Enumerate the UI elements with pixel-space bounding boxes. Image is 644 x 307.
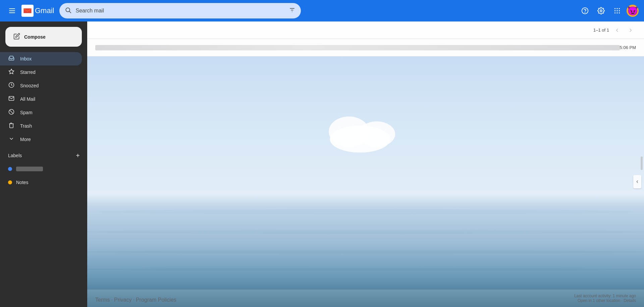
- logo-m-icon: [21, 5, 34, 17]
- activity-line2: Open in 1 other location · Details: [574, 298, 636, 303]
- sidebar-item-spam-label: Spam: [20, 110, 33, 115]
- sidebar-item-more-label: More: [20, 137, 31, 142]
- svg-point-13: [619, 8, 620, 9]
- svg-point-17: [614, 12, 615, 13]
- label-notes-text: Notes: [16, 180, 29, 185]
- settings-button[interactable]: [594, 4, 608, 17]
- footer-links: Terms · Privacy · Program Policies: [95, 297, 176, 303]
- star-icon: [8, 69, 15, 76]
- help-button[interactable]: [578, 4, 592, 17]
- label-item-notes[interactable]: Notes: [0, 176, 82, 189]
- open-location-text: Open in 1 other location: [578, 298, 620, 303]
- trash-icon: [8, 122, 15, 130]
- svg-point-15: [616, 10, 618, 11]
- pagination-next-button[interactable]: [625, 25, 636, 36]
- search-icon: [65, 7, 71, 15]
- sidebar-item-spam[interactable]: Spam: [0, 106, 82, 119]
- body: Compose Inbox Starred: [0, 21, 644, 307]
- sidebar-item-starred[interactable]: Starred: [0, 65, 82, 79]
- labels-add-button[interactable]: +: [74, 151, 82, 160]
- svg-point-10: [600, 10, 602, 12]
- details-link[interactable]: Details: [624, 298, 636, 303]
- sidebar-item-more[interactable]: More: [0, 133, 82, 146]
- clock-icon: [8, 82, 15, 90]
- avatar[interactable]: 😈: [627, 5, 639, 17]
- app-name: Gmail: [35, 6, 54, 15]
- svg-marker-20: [9, 69, 14, 74]
- svg-rect-0: [9, 8, 15, 9]
- avatar-icon: 😈: [627, 6, 639, 15]
- svg-rect-2: [9, 12, 15, 13]
- labels-section: Labels + Notes: [0, 146, 87, 192]
- sidebar-item-allmail-label: All Mail: [20, 96, 35, 102]
- menu-icon[interactable]: [5, 4, 19, 17]
- scrollbar-thumb[interactable]: [641, 157, 643, 170]
- search-input[interactable]: [75, 8, 285, 14]
- email-list-header: 1–1 of 1: [87, 21, 644, 39]
- search-filter-icon[interactable]: [289, 7, 296, 15]
- compose-label: Compose: [24, 34, 46, 40]
- svg-point-31: [87, 268, 644, 271]
- header: Gmail: [0, 0, 644, 21]
- spam-icon: [8, 109, 15, 117]
- labels-header: Labels +: [0, 151, 87, 162]
- footer-activity: Last account activity: 1 minute ago Open…: [574, 294, 636, 303]
- svg-line-4: [69, 11, 71, 13]
- separator-2: ·: [133, 297, 134, 303]
- program-policies-link[interactable]: Program Policies: [136, 297, 176, 303]
- svg-point-30: [87, 250, 644, 254]
- terms-link[interactable]: Terms: [95, 297, 110, 303]
- collapse-panel-button[interactable]: [633, 175, 641, 188]
- label-dot-yellow: [8, 180, 12, 184]
- main-content: 1–1 of 1 5:06 PM: [87, 21, 644, 307]
- compose-button[interactable]: Compose: [5, 27, 82, 47]
- svg-point-28: [97, 209, 634, 215]
- sidebar-item-snoozed-label: Snoozed: [20, 83, 39, 88]
- header-icons: 😈: [578, 4, 639, 17]
- gmail-logo: Gmail: [21, 5, 54, 17]
- label-item-blurred[interactable]: [0, 162, 82, 176]
- sidebar-item-inbox[interactable]: Inbox: [0, 52, 82, 65]
- svg-point-18: [616, 12, 618, 13]
- email-subject-blurred: [95, 45, 620, 50]
- sidebar-item-snoozed[interactable]: Snoozed: [0, 79, 82, 92]
- labels-title: Labels: [8, 153, 22, 158]
- sidebar-item-allmail[interactable]: All Mail: [0, 92, 82, 106]
- svg-point-9: [585, 12, 585, 12]
- svg-point-11: [614, 8, 615, 9]
- sidebar: Compose Inbox Starred: [0, 21, 87, 307]
- pagination-prev-button[interactable]: [612, 25, 623, 36]
- svg-point-12: [616, 8, 618, 9]
- mail-icon: [8, 95, 15, 103]
- inbox-icon: [8, 55, 15, 63]
- sidebar-item-inbox-label: Inbox: [20, 56, 32, 61]
- search-bar: [59, 3, 301, 18]
- email-time: 5:06 PM: [620, 45, 636, 50]
- svg-point-19: [619, 12, 620, 13]
- email-row[interactable]: 5:06 PM: [87, 39, 644, 56]
- svg-line-23: [10, 110, 13, 114]
- pagination-text: 1–1 of 1: [593, 28, 609, 33]
- separator-1: ·: [111, 297, 113, 303]
- sidebar-item-trash-label: Trash: [20, 123, 32, 129]
- apps-button[interactable]: [610, 4, 624, 17]
- svg-point-29: [87, 230, 644, 234]
- sidebar-item-trash[interactable]: Trash: [0, 119, 82, 133]
- edit-icon: [13, 33, 20, 41]
- activity-line1: Last account activity: 1 minute ago: [574, 294, 636, 298]
- label-text-blurred: [16, 167, 43, 171]
- privacy-link[interactable]: Privacy: [114, 297, 131, 303]
- svg-point-27: [358, 121, 395, 147]
- sidebar-item-starred-label: Starred: [20, 70, 36, 75]
- pagination-controls: 1–1 of 1: [593, 25, 636, 36]
- chevron-down-icon: [8, 136, 15, 143]
- svg-rect-1: [9, 10, 15, 11]
- svg-point-16: [619, 10, 620, 11]
- svg-point-14: [614, 10, 615, 11]
- label-dot-blue: [8, 167, 12, 171]
- ocean-background: Terms · Privacy · Program Policies Last …: [87, 56, 644, 307]
